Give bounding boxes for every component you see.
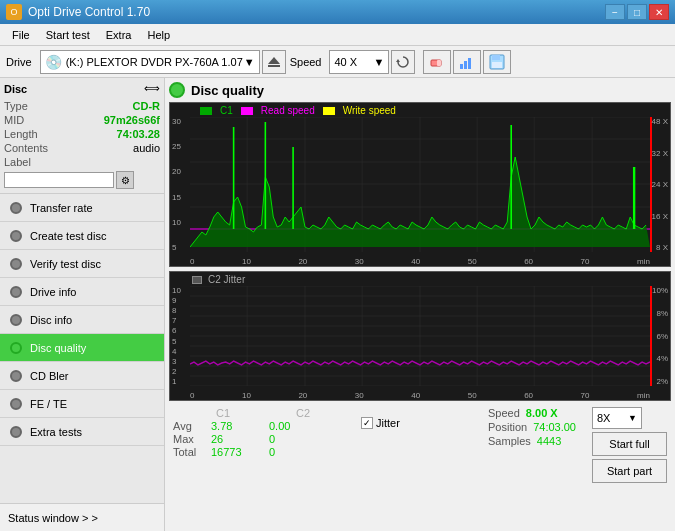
speed-label: Speed bbox=[290, 56, 322, 68]
menu-bar: File Start test Extra Help bbox=[0, 24, 675, 46]
close-button[interactable]: ✕ bbox=[649, 4, 669, 20]
minimize-button[interactable]: − bbox=[605, 4, 625, 20]
action-buttons: 8X ▼ Start full Start part bbox=[592, 407, 667, 483]
graph-button[interactable] bbox=[453, 50, 481, 74]
svg-rect-10 bbox=[492, 62, 502, 68]
chart2-legend: C2 Jitter bbox=[192, 274, 245, 285]
fe-te-icon bbox=[10, 398, 22, 410]
sidebar: Disc ⟺ Type CD-R MID 97m26s66f Length 74… bbox=[0, 78, 165, 531]
sidebar-item-drive-info-label: Drive info bbox=[30, 286, 76, 298]
right-stats: Speed 8.00 X Position 74:03.00 Samples 4… bbox=[488, 407, 576, 447]
stats-c1-header: C1 bbox=[203, 407, 243, 419]
max-label: Max bbox=[173, 433, 203, 445]
drive-select[interactable]: 💿 (K:) PLEXTOR DVDR PX-760A 1.07 ▼ bbox=[40, 50, 260, 74]
test-speed-select[interactable]: 8X ▼ bbox=[592, 407, 642, 429]
drive-info-icon bbox=[10, 286, 22, 298]
total-row: Total 16773 0 bbox=[173, 446, 353, 458]
content-title: Disc quality bbox=[191, 83, 264, 98]
menu-file[interactable]: File bbox=[4, 27, 38, 43]
chart2-y-right-labels: 10%8%6%4%2% bbox=[652, 286, 668, 386]
content-icon bbox=[169, 82, 185, 98]
speed-box-row: 8X ▼ bbox=[592, 407, 667, 429]
menu-extra[interactable]: Extra bbox=[98, 27, 140, 43]
samples-value: 4443 bbox=[537, 435, 561, 447]
disc-arrow[interactable]: ⟺ bbox=[144, 82, 160, 95]
total-c2-value: 0 bbox=[269, 446, 319, 458]
sidebar-item-disc-quality-label: Disc quality bbox=[30, 342, 86, 354]
sidebar-item-create-test-disc[interactable]: Create test disc bbox=[0, 222, 164, 250]
sidebar-item-drive-info[interactable]: Drive info bbox=[0, 278, 164, 306]
sidebar-item-verify-test-disc[interactable]: Verify test disc bbox=[0, 250, 164, 278]
svg-rect-7 bbox=[468, 58, 471, 69]
chart1-svg bbox=[190, 117, 650, 252]
toolbar: Drive 💿 (K:) PLEXTOR DVDR PX-760A 1.07 ▼… bbox=[0, 46, 675, 78]
chart1-legend: C1 Read speed Write speed bbox=[200, 105, 396, 116]
speed-select[interactable]: 40 X ▼ bbox=[329, 50, 389, 74]
drive-label: Drive bbox=[6, 56, 32, 68]
sidebar-item-cd-bler[interactable]: CD Bler bbox=[0, 362, 164, 390]
position-row: Position 74:03.00 bbox=[488, 421, 576, 433]
stats-c2-header: C2 bbox=[283, 407, 323, 419]
svg-rect-9 bbox=[492, 55, 500, 60]
disc-section-title: Disc bbox=[4, 83, 27, 95]
sidebar-item-fe-te[interactable]: FE / TE bbox=[0, 390, 164, 418]
legend-c2-box bbox=[192, 276, 202, 284]
content-header: Disc quality bbox=[169, 82, 671, 98]
length-label: Length bbox=[4, 128, 38, 140]
speed-stat-value: 8.00 X bbox=[526, 407, 558, 419]
svg-marker-0 bbox=[268, 57, 280, 64]
sidebar-item-transfer-rate-label: Transfer rate bbox=[30, 202, 93, 214]
jitter-checkbox[interactable]: ✓ bbox=[361, 417, 373, 429]
create-test-disc-icon bbox=[10, 230, 22, 242]
type-value: CD-R bbox=[133, 100, 161, 112]
sidebar-item-disc-quality[interactable]: Disc quality bbox=[0, 334, 164, 362]
total-c1-value: 16773 bbox=[211, 446, 261, 458]
avg-c2-value: 0.00 bbox=[269, 420, 319, 432]
title-bar: O Opti Drive Control 1.70 − □ ✕ bbox=[0, 0, 675, 24]
sidebar-item-verify-test-disc-label: Verify test disc bbox=[30, 258, 101, 270]
transfer-rate-icon bbox=[10, 202, 22, 214]
sidebar-item-extra-tests[interactable]: Extra tests bbox=[0, 418, 164, 446]
refresh-button[interactable] bbox=[391, 50, 415, 74]
samples-label: Samples bbox=[488, 435, 531, 447]
max-c1-value: 26 bbox=[211, 433, 261, 445]
chart1-y-right-labels: 48 X32 X24 X16 X8 X bbox=[652, 117, 668, 252]
jitter-label: Jitter bbox=[376, 417, 400, 429]
svg-marker-2 bbox=[396, 59, 400, 62]
disc-section: Disc ⟺ Type CD-R MID 97m26s66f Length 74… bbox=[0, 78, 164, 194]
sidebar-item-disc-info[interactable]: Disc info bbox=[0, 306, 164, 334]
avg-label: Avg bbox=[173, 420, 203, 432]
start-part-button[interactable]: Start part bbox=[592, 459, 667, 483]
maximize-button[interactable]: □ bbox=[627, 4, 647, 20]
sidebar-item-transfer-rate[interactable]: Transfer rate bbox=[0, 194, 164, 222]
total-label: Total bbox=[173, 446, 203, 458]
label-input-row: ⚙ bbox=[4, 171, 160, 189]
svg-rect-6 bbox=[464, 61, 467, 69]
mid-label: MID bbox=[4, 114, 24, 126]
sidebar-item-extra-tests-label: Extra tests bbox=[30, 426, 82, 438]
verify-test-disc-icon bbox=[10, 258, 22, 270]
stats-table: C1 C2 Avg 3.78 0.00 Max 26 0 Total 16773… bbox=[173, 407, 353, 458]
start-full-button[interactable]: Start full bbox=[592, 432, 667, 456]
sidebar-item-fe-te-label: FE / TE bbox=[30, 398, 67, 410]
content-area: Disc quality C1 Read speed Write speed 3… bbox=[165, 78, 675, 531]
svg-rect-5 bbox=[460, 64, 463, 69]
extra-tests-icon bbox=[10, 426, 22, 438]
legend-read-label: Read speed bbox=[261, 105, 315, 116]
menu-start-test[interactable]: Start test bbox=[38, 27, 98, 43]
jitter-check-area: ✓ Jitter bbox=[361, 417, 400, 429]
sidebar-item-create-test-disc-label: Create test disc bbox=[30, 230, 106, 242]
avg-c1-value: 3.78 bbox=[211, 420, 261, 432]
label-input-field[interactable] bbox=[4, 172, 114, 188]
chart2-y-labels: 10987654321 bbox=[172, 286, 181, 386]
sidebar-item-disc-info-label: Disc info bbox=[30, 314, 72, 326]
eject-button[interactable] bbox=[262, 50, 286, 74]
position-label: Position bbox=[488, 421, 527, 433]
save-button[interactable] bbox=[483, 50, 511, 74]
label-gear-button[interactable]: ⚙ bbox=[116, 171, 134, 189]
eraser-button[interactable] bbox=[423, 50, 451, 74]
cd-bler-icon bbox=[10, 370, 22, 382]
menu-help[interactable]: Help bbox=[139, 27, 178, 43]
status-window-button[interactable]: Status window > > bbox=[0, 503, 164, 531]
svg-rect-4 bbox=[437, 60, 441, 66]
